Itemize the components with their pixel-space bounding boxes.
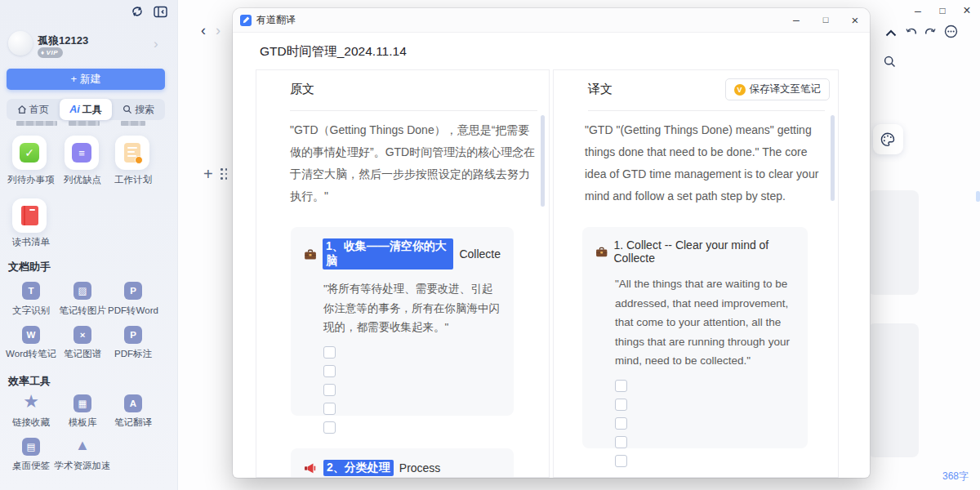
tool-label[interactable]: Word转笔记: [6, 348, 56, 360]
undo-icon[interactable]: [904, 24, 919, 39]
checkbox[interactable]: [615, 399, 627, 411]
checkbox[interactable]: [615, 417, 627, 430]
tool-label[interactable]: 读书清单: [12, 236, 50, 248]
drag-handle-icon[interactable]: [220, 168, 228, 180]
ai-tool-pros-cons[interactable]: ≡: [65, 136, 99, 170]
tool-label[interactable]: 列优缺点: [64, 174, 101, 186]
nav-forward-icon[interactable]: ›: [216, 23, 220, 38]
youdao-translate-dialog: 有道翻译 – □ × GTD时间管理_2024.11.14 原文 "GTD（Ge…: [233, 8, 870, 478]
save-translation-button[interactable]: V 保存译文至笔记: [725, 78, 831, 100]
page-search-icon[interactable]: [882, 54, 897, 69]
collapse-sidebar-icon[interactable]: [153, 4, 167, 19]
user-name: 孤狼12123: [38, 33, 88, 48]
section-title-efficiency: 效率工具: [8, 374, 51, 389]
dialog-titlebar[interactable]: 有道翻译 – □ ×: [233, 8, 870, 33]
maximize-icon[interactable]: □: [933, 2, 952, 19]
tab-home[interactable]: 首页: [7, 99, 60, 120]
sidebar-tabs: 首页 Ai 工具 搜索: [7, 99, 165, 120]
add-block-icon[interactable]: +: [203, 166, 213, 182]
checkbox[interactable]: [323, 421, 336, 434]
highlighted-heading[interactable]: 1、收集——清空你的大脑: [323, 238, 453, 270]
source-scrollbar[interactable]: [541, 115, 545, 207]
tool-label[interactable]: 学术资源加速: [55, 460, 111, 472]
pdf-annotate-icon[interactable]: P: [124, 326, 142, 344]
tool-label[interactable]: 笔记翻译: [114, 416, 152, 429]
target-checkbox-list: [615, 380, 795, 467]
tool-label[interactable]: 笔记图谱: [64, 348, 101, 360]
dialog-minimize-icon[interactable]: –: [786, 11, 806, 28]
divider: [290, 110, 537, 111]
minimize-icon[interactable]: –: [908, 2, 928, 19]
tool-label[interactable]: PDF标注: [114, 348, 152, 360]
desktop-sticky-icon[interactable]: ▤: [22, 438, 40, 456]
tab-ai-tools[interactable]: Ai 工具: [60, 99, 113, 120]
note-translate-icon[interactable]: A: [124, 394, 142, 412]
todo-list-icon: ✓: [20, 143, 39, 163]
tab-search[interactable]: 搜索: [112, 99, 165, 120]
checkbox[interactable]: [615, 455, 627, 467]
redo-icon[interactable]: [923, 24, 938, 39]
ai-tool-work-plan[interactable]: [115, 136, 149, 170]
new-note-button[interactable]: + 新建: [7, 69, 165, 90]
note-title: GTD时间管理_2024.11.14: [260, 43, 407, 60]
tool-label[interactable]: 模板库: [69, 416, 97, 429]
dialog-maximize-icon[interactable]: □: [816, 11, 835, 28]
tool-label[interactable]: 工作计划: [114, 174, 152, 186]
note-to-image-icon[interactable]: ▨: [74, 282, 91, 300]
pdf-to-word-icon[interactable]: P: [124, 282, 142, 300]
dialog-close-icon[interactable]: ×: [845, 11, 865, 28]
target-panel: 译文 V 保存译文至笔记 "GTD "(Getting Things Done)…: [553, 69, 839, 478]
source-paragraph: "GTD（Getting Things Done），意思是“把需要做的事情处理好…: [290, 119, 537, 207]
tool-label[interactable]: 链接收藏: [12, 416, 50, 429]
reading-list-icon: [21, 206, 38, 225]
sync-icon[interactable]: [130, 4, 145, 19]
close-icon[interactable]: ×: [957, 2, 977, 19]
section-title-doc-helper: 文档助手: [8, 260, 51, 274]
source-section-process: 2、分类处理 Process: [291, 448, 514, 478]
checkbox[interactable]: [323, 384, 336, 396]
home-icon: [17, 105, 27, 114]
background-card: [868, 190, 919, 295]
palette-icon: [880, 132, 896, 147]
link-favorite-icon[interactable]: ★: [22, 393, 40, 411]
theme-palette-button[interactable]: [873, 124, 903, 154]
tool-label[interactable]: 笔记转图片: [59, 305, 106, 317]
checkbox[interactable]: [323, 346, 336, 359]
word-to-note-icon[interactable]: W: [22, 326, 40, 344]
checkbox[interactable]: [615, 436, 627, 448]
clipped-label: [69, 121, 100, 126]
source-section-body: "将所有等待处理、需要改进、引起你注意等的事务，所有在你脑海中闪现的，都需要收集…: [323, 279, 501, 337]
note-graph-icon[interactable]: ×: [74, 326, 91, 344]
vip-badge: ♦ VIP: [38, 47, 63, 58]
avatar[interactable]: [8, 31, 33, 56]
sidebar: 孤狼12123 ♦ VIP › + 新建 首页 Ai 工具 搜索: [0, 0, 178, 490]
work-plan-icon: [124, 143, 140, 163]
tool-label[interactable]: 桌面便签: [12, 460, 50, 472]
checkbox[interactable]: [615, 380, 627, 392]
highlighted-heading[interactable]: 2、分类处理: [323, 460, 394, 476]
target-scrollbar[interactable]: [831, 115, 835, 201]
nav-back-icon[interactable]: ‹: [201, 23, 206, 38]
ai-tool-reading-list[interactable]: [12, 198, 47, 233]
more-options-icon[interactable]: [943, 24, 958, 38]
chevron-right-icon[interactable]: ›: [154, 36, 158, 52]
target-paragraph: "GTD "(Getting Things Done) means" getti…: [585, 119, 823, 207]
academic-boost-icon[interactable]: ▲: [74, 436, 91, 454]
ai-tool-todo-list[interactable]: ✓: [12, 136, 47, 170]
checkbox[interactable]: [323, 365, 336, 377]
word-count: 368字: [942, 470, 969, 483]
tool-label[interactable]: PDF转Word: [108, 305, 158, 317]
collapse-toolbar-icon[interactable]: [884, 25, 898, 40]
ocr-icon[interactable]: T: [22, 282, 40, 300]
divider: [588, 110, 825, 111]
tool-label[interactable]: 列待办事项: [7, 174, 55, 186]
background-card: [868, 323, 919, 457]
dialog-title: 有道翻译: [256, 13, 296, 27]
target-header: 译文: [588, 82, 612, 97]
tool-label[interactable]: 文字识别: [12, 305, 50, 317]
clipped-label: [16, 121, 57, 126]
source-checkbox-list: [323, 346, 501, 434]
checkbox[interactable]: [323, 403, 336, 415]
template-library-icon[interactable]: ▦: [74, 394, 91, 412]
ai-icon: Ai: [69, 104, 80, 115]
